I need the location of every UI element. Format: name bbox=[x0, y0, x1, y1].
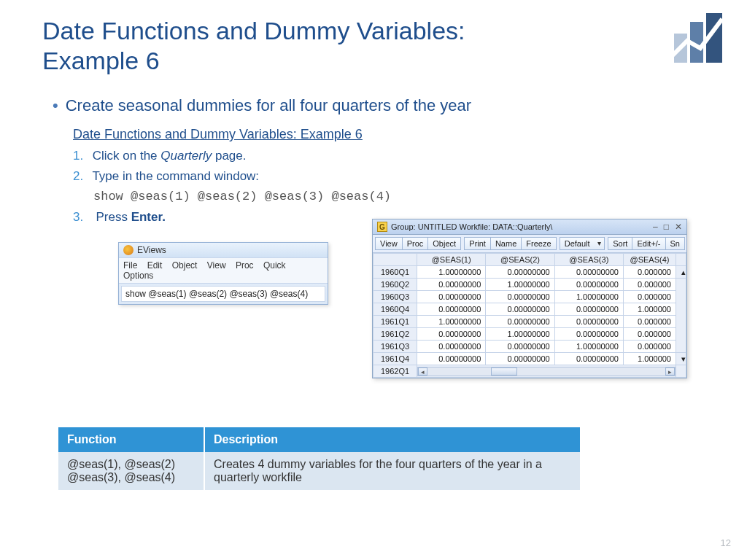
page-number: 12 bbox=[721, 537, 731, 548]
menu-view[interactable]: View bbox=[207, 260, 226, 271]
btn-view[interactable]: View bbox=[375, 237, 403, 250]
step-number: 3. bbox=[73, 207, 89, 228]
table-row: 1961Q30.000000000.000000001.000000000.00… bbox=[374, 341, 686, 353]
fn-header-description: Description bbox=[204, 427, 580, 452]
table-row: 1961Q11.000000000.000000000.000000000.00… bbox=[374, 316, 686, 328]
command-input[interactable]: show @seas(1) @seas(2) @seas(3) @seas(4) bbox=[121, 286, 325, 302]
steps-list: 1. Click on the Quarterly page. 2. Type … bbox=[73, 146, 391, 228]
step-1: 1. Click on the Quarterly page. bbox=[73, 146, 391, 166]
btn-sn[interactable]: Sn bbox=[665, 237, 685, 250]
logo-chart-icon bbox=[668, 13, 727, 66]
table-row: 1960Q20.000000001.000000000.000000000.00… bbox=[374, 279, 686, 291]
scroll-left-button[interactable]: ◂ bbox=[418, 368, 427, 376]
menu-proc[interactable]: Proc bbox=[236, 260, 254, 271]
cell: 0.00000000 bbox=[554, 303, 623, 316]
cell: 0.00000000 bbox=[417, 279, 486, 291]
btn-name[interactable]: Name bbox=[490, 237, 522, 250]
step-text-italic: Quarterly bbox=[160, 149, 212, 163]
fn-text: @seas(3), @seas(4) bbox=[67, 471, 175, 483]
cell: 0.00000000 bbox=[554, 316, 623, 328]
menu-options[interactable]: Options bbox=[123, 271, 153, 281]
btn-proc[interactable]: Proc bbox=[402, 237, 429, 250]
cell: 0.00000000 bbox=[554, 328, 623, 341]
fn-text: @seas(1), @seas(2) bbox=[67, 458, 175, 470]
scroll-row: 1962Q1 ◂ ▸ bbox=[374, 365, 686, 378]
cell: 1.00000000 bbox=[417, 316, 486, 328]
step-number: 2. bbox=[73, 166, 89, 187]
btn-edit[interactable]: Edit+/- bbox=[632, 237, 665, 250]
cell: 1.00000000 bbox=[554, 291, 623, 303]
btn-print[interactable]: Print bbox=[464, 237, 491, 250]
cell: 0.00000000 bbox=[554, 353, 623, 365]
col-seas3: @SEAS(3) bbox=[554, 254, 623, 266]
scroll-up-button[interactable]: ▴ bbox=[676, 266, 686, 279]
row-header: 1961Q2 bbox=[374, 328, 417, 341]
col-seas1: @SEAS(1) bbox=[417, 254, 486, 266]
row-header: 1960Q1 bbox=[374, 266, 417, 279]
maximize-button[interactable]: □ bbox=[664, 222, 669, 232]
cell: 1.00000000 bbox=[486, 279, 554, 291]
eviews-titlebar: EViews bbox=[119, 243, 328, 257]
function-table: Function Description @seas(1), @seas(2) … bbox=[58, 427, 580, 490]
data-table: @SEAS(1) @SEAS(2) @SEAS(3) @SEAS(4) 1960… bbox=[373, 253, 686, 378]
step-number: 1. bbox=[73, 146, 89, 166]
table-row: 1960Q11.000000000.000000000.000000000.00… bbox=[374, 266, 686, 279]
menu-quick[interactable]: Quick bbox=[263, 260, 286, 271]
step-text: Click on the bbox=[93, 149, 161, 163]
dropdown-default[interactable]: Default bbox=[560, 237, 605, 250]
cell: 0.00000000 bbox=[417, 353, 486, 365]
scroll-down-button[interactable]: ▾ bbox=[676, 353, 686, 365]
btn-sort[interactable]: Sort bbox=[608, 237, 632, 250]
cell: 0.00000000 bbox=[486, 266, 554, 279]
cell: 1.000000 bbox=[624, 353, 676, 365]
cell: 0.00000000 bbox=[486, 353, 554, 365]
menu-object[interactable]: Object bbox=[172, 260, 198, 271]
cell: 0.000000 bbox=[624, 316, 676, 328]
cell: 0.00000000 bbox=[417, 341, 486, 353]
btn-object[interactable]: Object bbox=[427, 237, 461, 250]
step-3: 3. Press Enter. bbox=[73, 207, 391, 228]
fn-cell-function: @seas(1), @seas(2) @seas(3), @seas(4) bbox=[58, 452, 204, 490]
scroll-thumb[interactable] bbox=[491, 368, 517, 376]
group-window: G Group: UNTITLED Workfile: DATA::Quarte… bbox=[372, 219, 687, 378]
eviews-app-title: EViews bbox=[137, 245, 166, 255]
row-header: 1962Q1 bbox=[374, 365, 417, 378]
menu-file[interactable]: File bbox=[123, 260, 137, 271]
cell: 0.00000000 bbox=[417, 328, 486, 341]
cell: 0.000000 bbox=[624, 328, 676, 341]
cell: 0.000000 bbox=[624, 279, 676, 291]
table-row: 1961Q40.000000000.000000000.000000001.00… bbox=[374, 353, 686, 365]
cell: 0.00000000 bbox=[486, 316, 554, 328]
table-header-row: @SEAS(1) @SEAS(2) @SEAS(3) @SEAS(4) bbox=[374, 254, 686, 266]
table-row: 1960Q30.000000000.000000001.000000000.00… bbox=[374, 291, 686, 303]
cell: 0.00000000 bbox=[486, 341, 554, 353]
row-header: 1960Q2 bbox=[374, 279, 417, 291]
vertical-scrollbar[interactable] bbox=[676, 279, 686, 353]
step-2: 2. Type in the command window: bbox=[73, 166, 391, 187]
step-text: page. bbox=[212, 149, 246, 163]
cell: 0.00000000 bbox=[486, 291, 554, 303]
horizontal-scrollbar[interactable]: ◂ ▸ bbox=[417, 367, 676, 376]
row-header: 1960Q3 bbox=[374, 291, 417, 303]
menu-edit[interactable]: Edit bbox=[147, 260, 163, 271]
cell: 0.00000000 bbox=[554, 279, 623, 291]
step-text: Type in the command window: bbox=[92, 169, 259, 183]
col-seas2: @SEAS(2) bbox=[486, 254, 554, 266]
row-header: 1961Q4 bbox=[374, 353, 417, 365]
close-button[interactable]: ✕ bbox=[675, 222, 682, 232]
main-bullet: Create seasonal dummies for all four qua… bbox=[53, 96, 471, 115]
fn-header-function: Function bbox=[58, 427, 204, 452]
cell: 0.000000 bbox=[624, 341, 676, 353]
section-subtitle-link: Date Functions and Dummy Variables: Exam… bbox=[73, 127, 363, 142]
row-header: 1961Q3 bbox=[374, 341, 417, 353]
cell: 0.00000000 bbox=[554, 266, 623, 279]
table-row: 1960Q40.000000000.000000000.000000001.00… bbox=[374, 303, 686, 316]
minimize-button[interactable]: – bbox=[653, 222, 658, 232]
scroll-right-button[interactable]: ▸ bbox=[665, 368, 675, 376]
eviews-window: EViews File Edit Object View Proc Quick … bbox=[118, 242, 328, 305]
cell: 0.00000000 bbox=[417, 303, 486, 316]
btn-freeze[interactable]: Freeze bbox=[521, 237, 556, 250]
cell: 1.000000 bbox=[624, 303, 676, 316]
code-line: show @seas(1) @seas(2) @seas(3) @seas(4) bbox=[93, 187, 391, 207]
group-icon: G bbox=[377, 222, 387, 232]
